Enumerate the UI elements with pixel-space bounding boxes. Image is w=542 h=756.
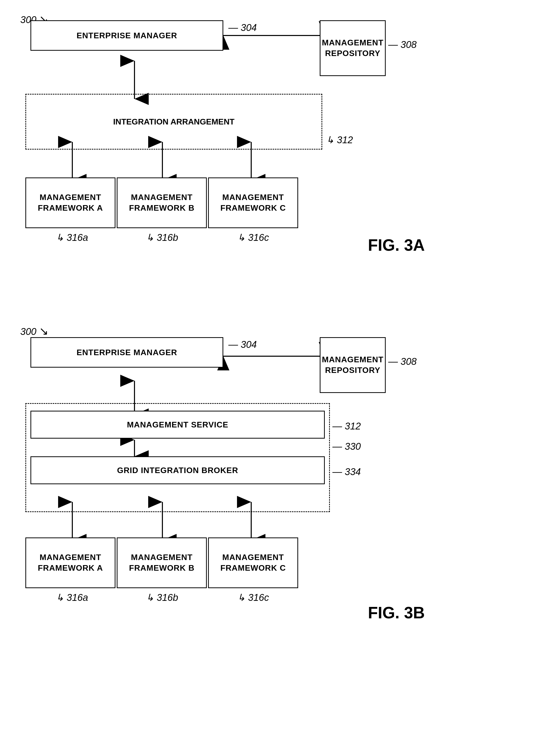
diagram-container: 300 ↘ ENTERPRISE MANAGER — 304 MANAGEMEN… <box>0 0 542 756</box>
fig3a-ref-316c: ↳ 316c <box>237 232 269 243</box>
fig3a-ref-316a: ↳ 316a <box>56 232 88 243</box>
fig3a-ref-304: — 304 <box>228 22 257 33</box>
fig3b-ref-316a: ↳ 316a <box>56 592 88 603</box>
fig3a-enterprise-manager: ENTERPRISE MANAGER <box>30 20 223 51</box>
fig3b-main-ref: 300 ↘ <box>20 325 48 337</box>
fig3a-ref-316b: ↳ 316b <box>146 232 178 243</box>
fig3b-grid-integration-broker: GRID INTEGRATION BROKER <box>30 456 325 484</box>
fig3b-enterprise-manager: ENTERPRISE MANAGER <box>30 337 223 368</box>
fig3b-ref-316b: ↳ 316b <box>146 592 178 603</box>
fig3a-integration-arrangement-box: INTEGRATION ARRANGEMENT <box>25 94 322 150</box>
fig3a-framework-a: MANAGEMENTFRAMEWORK A <box>25 177 115 228</box>
fig3b-framework-a: MANAGEMENTFRAMEWORK A <box>25 537 115 588</box>
fig3b-framework-b: MANAGEMENTFRAMEWORK B <box>117 537 207 588</box>
fig3b-title: FIG. 3B <box>368 603 425 622</box>
fig3b-ref-304: — 304 <box>228 339 257 350</box>
fig3b-management-repository: MANAGEMENTREPOSITORY <box>320 337 386 393</box>
fig3a-integration-arrangement-label: INTEGRATION ARRANGEMENT <box>113 117 234 127</box>
fig3b-management-service: MANAGEMENT SERVICE <box>30 411 325 439</box>
fig3b-ref-312: — 312 <box>333 421 361 432</box>
fig3a-title: FIG. 3A <box>368 236 425 255</box>
fig3b-ref-316c: ↳ 316c <box>237 592 269 603</box>
fig3a-ref-312: ↳ 312 <box>326 134 353 146</box>
fig3b-ref-330: — 330 <box>333 441 361 452</box>
fig3a-ref-308: — 308 <box>388 39 417 50</box>
fig3b-ref-308: — 308 <box>388 356 417 367</box>
fig3b-ref-334: — 334 <box>333 466 361 477</box>
fig3a-management-repository: MANAGEMENTREPOSITORY <box>320 20 386 76</box>
fig3a-framework-c: MANAGEMENTFRAMEWORK C <box>208 177 298 228</box>
fig3a-framework-b: MANAGEMENTFRAMEWORK B <box>117 177 207 228</box>
fig3b-framework-c: MANAGEMENTFRAMEWORK C <box>208 537 298 588</box>
